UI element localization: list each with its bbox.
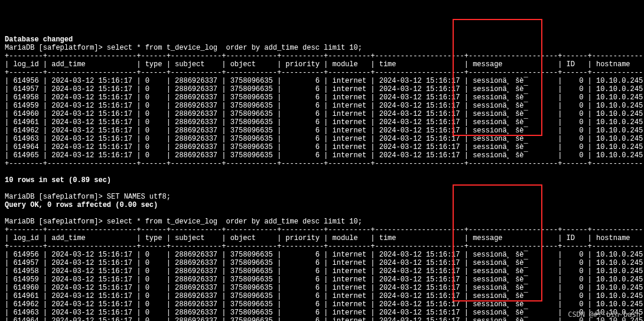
table2-border-top: +--------+---------------------+------+-…	[5, 226, 644, 234]
table2-rows: | 614956 | 2024-03-12 15:16:17 | 0 | 288…	[5, 251, 644, 321]
prompt-line-2[interactable]: MariaDB [safeplatform]> SET NAMES utf8;	[5, 193, 171, 201]
table1-rows: | 614956 | 2024-03-12 15:16:17 | 0 | 288…	[5, 77, 644, 160]
status-message: Database changed	[5, 35, 73, 44]
table2-header: | log_id | add_time | type | subject | o…	[5, 234, 644, 242]
table1-header: | log_id | add_time | type | subject | o…	[5, 60, 644, 69]
table1-border-bottom: +--------+---------------------+------+-…	[5, 160, 644, 168]
table2-border-mid: +--------+---------------------+------+-…	[5, 242, 644, 251]
rows-in-set-1: 10 rows in set (0.89 sec)	[5, 176, 111, 184]
watermark: CSDN @#!-bin-bash	[568, 310, 640, 319]
prompt-line-3[interactable]: MariaDB [safeplatform]> select * from t_…	[5, 218, 362, 226]
set-names-result: Query OK, 0 rows affected (0.00 sec)	[5, 201, 158, 209]
table1-border-mid: +--------+---------------------+------+-…	[5, 69, 644, 77]
prompt-line-1[interactable]: MariaDB [safeplatform]> select * from t_…	[5, 44, 362, 52]
table1-border-top: +--------+---------------------+------+-…	[5, 52, 644, 60]
